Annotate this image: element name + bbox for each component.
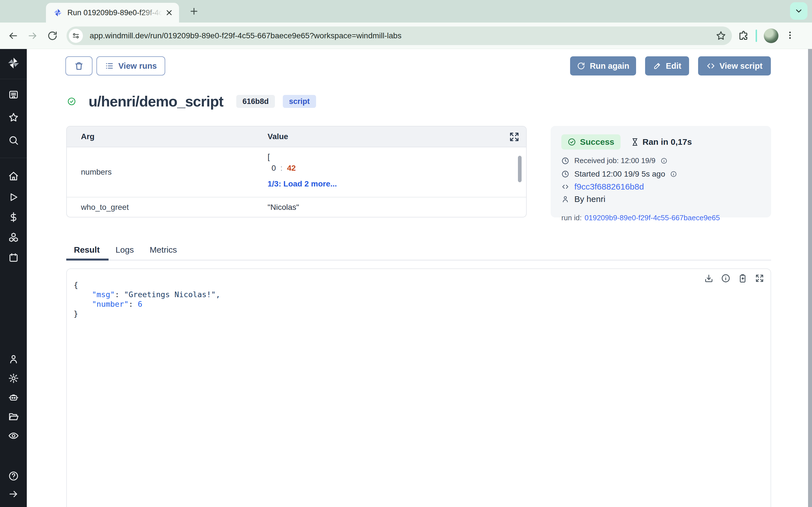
json-bracket: [: [267, 151, 337, 163]
tab-logs[interactable]: Logs: [108, 245, 142, 255]
profile-avatar[interactable]: [764, 29, 778, 43]
code-icon: [561, 183, 569, 191]
clock-icon: [561, 157, 569, 165]
result-panel: { "msg": "Greetings Nicolas!", "number":…: [66, 269, 771, 507]
sidebar-item-workspace[interactable]: [0, 86, 27, 104]
user-icon: [8, 354, 19, 364]
arg-name: numbers: [81, 168, 112, 177]
sidebar-item-schedules[interactable]: [0, 249, 27, 267]
tab-title-fade: [140, 8, 162, 17]
puzzle-icon: [738, 31, 749, 41]
run-again-label: Run again: [590, 61, 629, 71]
hourglass-icon: [631, 138, 639, 146]
browser-chrome: Run 019209b9-89e0-f29f-4c: [0, 0, 812, 49]
download-icon[interactable]: [704, 274, 714, 283]
edit-button[interactable]: Edit: [645, 56, 689, 75]
info-icon[interactable]: [721, 274, 730, 283]
site-settings-button[interactable]: [69, 29, 83, 43]
info-icon[interactable]: [670, 171, 677, 177]
info-icon[interactable]: [661, 158, 667, 164]
back-button[interactable]: [6, 29, 20, 43]
folder-open-icon: [8, 411, 19, 422]
script-hash-link[interactable]: f9cc3f6882616b8d: [574, 182, 644, 191]
help-circle-icon: [8, 471, 19, 482]
run-id-link[interactable]: 019209b9-89e0-f29f-4c55-667baece9e65: [585, 214, 720, 222]
tab-result[interactable]: Result: [66, 245, 108, 255]
copy-to-clipboard-icon[interactable]: [738, 274, 748, 283]
json-value-msg: "Greetings Nicolas!",: [124, 290, 220, 299]
star-icon: [8, 112, 19, 123]
arg-row-numbers: numbers [ 0 : 42 1/3: Load 2 more...: [67, 147, 526, 197]
user-icon: [561, 195, 569, 203]
pencil-icon: [653, 62, 661, 70]
arg-row-who-to-greet: who_to_greet "Nicolas": [67, 198, 526, 217]
refresh-icon: [577, 62, 585, 70]
sidebar-item-users[interactable]: [0, 350, 27, 368]
search-icon: [8, 135, 19, 146]
arrow-right-icon: [28, 31, 38, 41]
author-text: By henri: [574, 194, 605, 204]
page-scrollbar[interactable]: [808, 49, 812, 507]
check-circle-icon: [567, 138, 576, 146]
expand-icon[interactable]: [755, 274, 764, 283]
sidebar-item-search[interactable]: [0, 131, 27, 149]
new-tab-button[interactable]: [187, 4, 201, 18]
json-close-brace: }: [73, 309, 78, 318]
duration-text: Ran in 0,17s: [643, 137, 692, 147]
cubes-icon: [8, 232, 19, 243]
sidebar-item-workers[interactable]: [0, 388, 27, 406]
browser-menu-button[interactable]: [785, 31, 795, 41]
url-text[interactable]: app.windmill.dev/run/019209b9-89e0-f29f-…: [90, 31, 716, 40]
load-more-link[interactable]: 1/3: Load 2 more...: [267, 178, 337, 189]
trash-icon: [74, 61, 84, 71]
sidebar-item-resources[interactable]: [0, 228, 27, 246]
sidebar-item-audit-logs[interactable]: [0, 427, 27, 445]
sidebar-item-runs[interactable]: [0, 188, 27, 206]
arg-json-viewer: [ 0 : 42 1/3: Load 2 more...: [267, 151, 337, 189]
window-chevron-button[interactable]: [790, 2, 808, 20]
view-script-button[interactable]: View script: [698, 56, 771, 75]
json-colon: :: [278, 164, 285, 172]
app-sidebar: [0, 49, 27, 507]
sidebar-item-help[interactable]: [0, 467, 27, 485]
sidebar-item-folders[interactable]: [0, 407, 27, 426]
column-header-arg: Arg: [81, 132, 94, 141]
sidebar-item-settings[interactable]: [0, 369, 27, 387]
sidebar-expand-button[interactable]: [0, 485, 27, 503]
json-value: 42: [287, 164, 296, 172]
browser-tab[interactable]: Run 019209b9-89e0-f29f-4c: [46, 3, 179, 22]
arg-cell-scrollbar[interactable]: [518, 156, 522, 182]
sidebar-item-variables[interactable]: [0, 208, 27, 226]
view-runs-label: View runs: [118, 61, 157, 71]
arg-value: "Nicolas": [267, 203, 299, 212]
play-icon: [8, 192, 19, 203]
sidebar-item-home[interactable]: [0, 167, 27, 185]
started-text: Started 12:00 19/9 5s ago: [574, 170, 665, 179]
calendar-icon: [8, 252, 19, 263]
success-check-icon: [67, 97, 76, 106]
arg-name: who_to_greet: [81, 203, 129, 212]
run-again-button[interactable]: Run again: [570, 56, 636, 75]
sidebar-windmill-logo[interactable]: [0, 54, 27, 72]
gear-icon: [8, 373, 19, 384]
bookmark-star-icon[interactable]: [716, 31, 726, 41]
sidebar-item-favorites[interactable]: [0, 108, 27, 126]
tab-metrics[interactable]: Metrics: [142, 245, 185, 255]
forward-button[interactable]: [26, 29, 40, 43]
windmill-favicon-icon: [53, 8, 62, 17]
json-open-brace: {: [73, 281, 78, 289]
main-content: View runs Run again Edit View script: [27, 49, 812, 507]
view-runs-button[interactable]: View runs: [96, 56, 165, 75]
delete-run-button[interactable]: [65, 56, 93, 75]
close-tab-icon[interactable]: [165, 8, 173, 17]
reload-button[interactable]: [46, 29, 59, 43]
extensions-button[interactable]: [738, 31, 749, 41]
result-tabs: Result Logs Metrics: [66, 245, 185, 255]
status-text: Success: [580, 137, 614, 147]
expand-args-icon[interactable]: [509, 131, 520, 143]
args-table-header: Arg Value: [67, 126, 526, 147]
arrow-right-icon: [8, 489, 19, 499]
version-badge: 616b8d: [236, 95, 275, 108]
url-bar[interactable]: app.windmill.dev/run/019209b9-89e0-f29f-…: [66, 26, 732, 45]
browser-toolbar: app.windmill.dev/run/019209b9-89e0-f29f-…: [0, 22, 812, 49]
